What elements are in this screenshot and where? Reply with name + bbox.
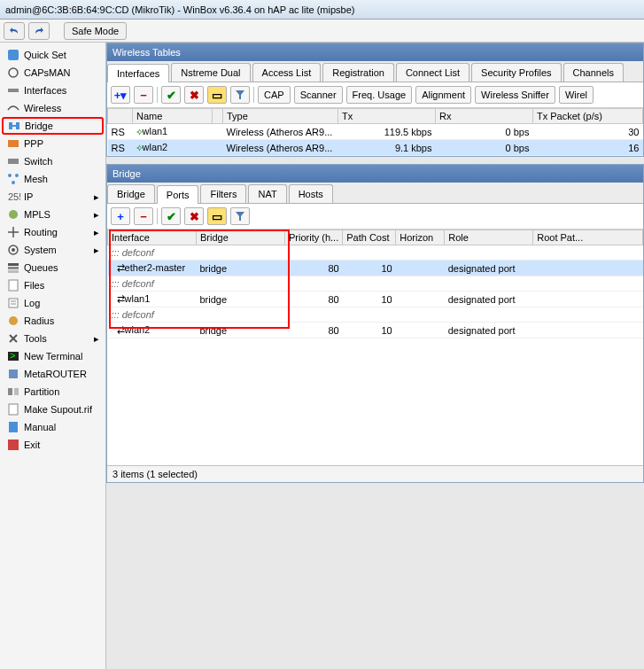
wireless-grid: Name Type Tx Rx Tx Packet (p/s) RS⟡wlan1…	[107, 108, 643, 156]
tools-icon	[6, 331, 20, 346]
tab-filters[interactable]: Filters	[200, 184, 246, 203]
tab-bridge[interactable]: Bridge	[107, 184, 155, 203]
tab-nat[interactable]: NAT	[248, 184, 286, 203]
enable-button[interactable]: ✔	[161, 86, 181, 104]
sidebar-item-bridge[interactable]: Bridge	[2, 117, 104, 135]
sidebar-item-tools[interactable]: Tools▸	[2, 330, 104, 347]
svg-rect-7	[8, 159, 19, 164]
more-button[interactable]: Wirel	[559, 86, 594, 104]
col-rx[interactable]: Rx	[436, 109, 533, 124]
remove-button[interactable]: −	[134, 207, 153, 225]
window-title-bar: admin@6C:3B:6B:64:9C:CD (MikroTik) - Win…	[0, 0, 644, 19]
bridge-row[interactable]: ⇄ether2-masterbridge8010designated port	[108, 261, 643, 276]
tab-connectlist[interactable]: Connect List	[396, 63, 469, 82]
sidebar-item-queues[interactable]: Queues	[2, 259, 104, 276]
bridge-row[interactable]: ::: defconf	[108, 307, 643, 323]
submenu-arrow-icon: ▸	[94, 191, 99, 203]
col-sep[interactable]	[213, 109, 223, 124]
add-button[interactable]: +	[111, 207, 130, 225]
sidebar-item-newterminal[interactable]: >New Terminal	[2, 347, 104, 365]
tab-registration[interactable]: Registration	[322, 63, 394, 82]
col-tx[interactable]: Tx	[338, 109, 436, 124]
filter-button[interactable]	[230, 86, 250, 104]
col-rootpath[interactable]: Root Pat...	[533, 230, 643, 245]
col-horizon[interactable]: Horizon	[396, 230, 445, 245]
sidebar-item-capsman[interactable]: CAPsMAN	[2, 64, 104, 82]
sidebar-label: MetaROUTER	[24, 369, 87, 379]
bridge-row[interactable]: ⇄wlan2bridge8010designated port	[108, 323, 643, 338]
sidebar-item-mpls[interactable]: MPLS▸	[2, 206, 104, 223]
disable-button[interactable]: ✖	[184, 207, 204, 225]
svg-rect-16	[8, 267, 19, 269]
col-role[interactable]: Role	[445, 230, 533, 245]
sidebar-item-system[interactable]: System▸	[2, 241, 104, 259]
tab-accesslist[interactable]: Access List	[252, 63, 322, 82]
tab-interfaces[interactable]: Interfaces	[107, 64, 169, 82]
queues-icon	[6, 261, 20, 275]
tab-ports[interactable]: Ports	[157, 185, 199, 204]
routing-icon	[6, 225, 20, 239]
wireless-window-title: Wireless Tables	[107, 43, 643, 61]
funnel-icon	[235, 211, 245, 222]
sidebar-item-wireless[interactable]: Wireless	[2, 99, 104, 117]
add-button[interactable]: +▾	[111, 86, 130, 104]
col-priority[interactable]: Priority (h...	[285, 230, 343, 245]
sidebar-item-metarouter[interactable]: MetaROUTER	[2, 365, 104, 383]
sidebar-item-partition[interactable]: Partition	[2, 383, 104, 401]
sidebar-item-interfaces[interactable]: Interfaces	[2, 82, 104, 99]
disable-button[interactable]: ✖	[184, 86, 204, 104]
sidebar-item-log[interactable]: Log	[2, 294, 104, 312]
col-flag[interactable]	[108, 109, 133, 124]
sniffer-button[interactable]: Wireless Sniffer	[475, 86, 555, 104]
col-txp[interactable]: Tx Packet (p/s)	[533, 109, 643, 124]
tab-security[interactable]: Security Profiles	[471, 63, 561, 82]
bridge-row[interactable]: ::: defconf	[108, 245, 643, 261]
sidebar-item-switch[interactable]: Switch	[2, 152, 104, 170]
sidebar-item-mesh[interactable]: Mesh	[2, 170, 104, 188]
wireless-row[interactable]: RS⟡wlan1Wireless (Atheros AR9...119.5 kb…	[108, 124, 643, 140]
wireless-row[interactable]: RS⟡wlan2Wireless (Atheros AR9...9.1 kbps…	[108, 140, 643, 156]
comment-button[interactable]: ▭	[207, 207, 227, 225]
bridge-toolbar: + − ✔ ✖ ▭	[107, 204, 643, 229]
ppp-icon	[6, 136, 20, 151]
col-pathcost[interactable]: Path Cost	[343, 230, 396, 245]
submenu-arrow-icon: ▸	[94, 227, 99, 238]
svg-rect-17	[8, 270, 19, 273]
sidebar-item-supout[interactable]: Make Supout.rif	[2, 401, 104, 418]
tab-hosts[interactable]: Hosts	[289, 184, 333, 203]
comment-button[interactable]: ▭	[207, 86, 227, 104]
col-bridge[interactable]: Bridge	[197, 230, 285, 245]
sidebar-item-routing[interactable]: Routing▸	[2, 223, 104, 241]
redo-button[interactable]	[28, 22, 50, 40]
sidebar-item-files[interactable]: Files	[2, 276, 104, 294]
tab-channels[interactable]: Channels	[563, 63, 624, 82]
tab-nstreme[interactable]: Nstreme Dual	[171, 63, 250, 82]
freq-usage-button[interactable]: Freq. Usage	[346, 86, 413, 104]
sidebar-item-quickset[interactable]: Quick Set	[2, 46, 104, 64]
sidebar-item-manual[interactable]: Manual	[2, 418, 104, 436]
svg-text:255: 255	[8, 191, 20, 202]
bridge-row[interactable]: ⇄wlan1bridge8010designated port	[108, 292, 643, 307]
remove-button[interactable]: −	[134, 86, 153, 104]
sidebar-item-ip[interactable]: 255IP▸	[2, 188, 104, 206]
sidebar-item-ppp[interactable]: PPP	[2, 135, 104, 152]
cap-button[interactable]: CAP	[258, 86, 291, 104]
filter-button[interactable]	[230, 207, 250, 225]
enable-button[interactable]: ✔	[161, 207, 181, 225]
svg-rect-4	[16, 122, 19, 129]
col-name[interactable]: Name	[133, 109, 213, 124]
sidebar-item-radius[interactable]: Radius	[2, 312, 104, 330]
alignment-button[interactable]: Alignment	[415, 86, 471, 104]
safe-mode-button[interactable]: Safe Mode	[64, 22, 127, 40]
sidebar-label: Make Supout.rif	[24, 404, 92, 415]
col-interface[interactable]: Interface	[108, 230, 197, 245]
bridge-row[interactable]: ::: defconf	[108, 276, 643, 292]
main-content: Quick Set CAPsMAN Interfaces Wireless Br…	[0, 43, 644, 669]
sidebar-item-exit[interactable]: Exit	[2, 436, 104, 454]
svg-rect-30	[8, 440, 19, 450]
scanner-button[interactable]: Scanner	[294, 86, 343, 104]
sidebar-label: Routing	[24, 227, 58, 237]
wireless-icon	[6, 101, 20, 115]
col-type[interactable]: Type	[223, 109, 338, 124]
undo-button[interactable]	[4, 22, 25, 40]
